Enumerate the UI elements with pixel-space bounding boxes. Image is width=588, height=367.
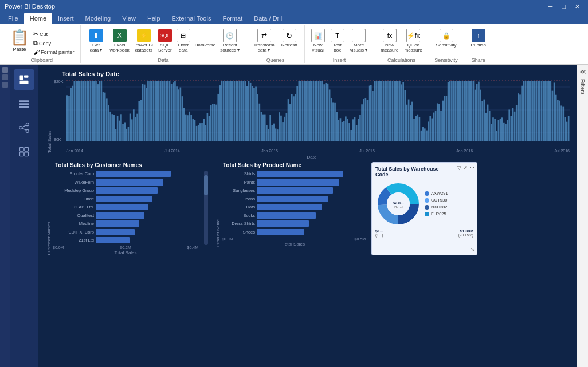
new-measure-button[interactable]: fx Newmeasure: [379, 27, 400, 54]
tab-help[interactable]: Help: [142, 13, 166, 24]
product-y-label: Product Name: [214, 171, 222, 247]
calculations-label: Calculations: [379, 56, 424, 63]
refresh-icon: ↻: [283, 29, 296, 42]
svg-line-9: [22, 125, 26, 127]
svg-rect-13: [20, 152, 24, 156]
title-bar: Power BI Desktop ─ □ ✕: [0, 0, 588, 13]
bar-pedifix: PEDIFIX, Corp: [53, 229, 202, 235]
new-visual-button[interactable]: 📊 Newvisual: [309, 27, 327, 54]
svg-point-8: [26, 129, 29, 132]
tab-insert[interactable]: Insert: [52, 13, 80, 24]
donut-center-sub: (47...): [393, 205, 403, 208]
bar-sunglasses: Sunglasses: [222, 187, 366, 194]
customer-chart-title: Total Sales by Customer Names: [45, 162, 208, 168]
more-visuals-button[interactable]: ⋯ Morevisuals ▾: [348, 27, 370, 54]
tab-file[interactable]: File: [2, 13, 24, 24]
publish-button[interactable]: ↑ Publish: [469, 27, 488, 49]
sql-server-button[interactable]: SQL SQLServer: [156, 27, 174, 54]
filters-side-panel[interactable]: ≪ Filters: [577, 65, 588, 367]
tab-view[interactable]: View: [116, 13, 142, 24]
tab-modeling[interactable]: Modeling: [80, 13, 117, 24]
excel-workbook-button[interactable]: X Excelworkbook: [108, 27, 131, 54]
cust-x-tick-2: $0.4M: [187, 246, 198, 250]
tab-external-tools[interactable]: External Tools: [166, 13, 217, 24]
copy-icon: ⧉: [33, 40, 38, 47]
group-queries: ⇄ Transformdata ▾ ↻ Refresh Queries: [246, 25, 304, 63]
report-nav-icon[interactable]: [14, 69, 34, 90]
maximize-btn[interactable]: □: [558, 3, 569, 10]
cust-x-tick-0: $0.0M: [53, 246, 64, 250]
donut-center-value: $2.8...: [393, 201, 403, 205]
filters-label: Filters: [580, 79, 586, 95]
text-box-button[interactable]: T Textbox: [329, 27, 346, 54]
customer-chart[interactable]: Total Sales by Customer Names Customer N…: [45, 162, 208, 255]
paste-button[interactable]: 📋 Paste: [8, 27, 31, 53]
quick-measure-button[interactable]: ⚡fx Quickmeasure: [402, 27, 424, 54]
minimize-btn[interactable]: ─: [545, 3, 556, 10]
legend-axw291: AXW291: [425, 191, 473, 196]
cut-icon: ✂: [33, 30, 38, 38]
tab-format[interactable]: Format: [217, 13, 248, 24]
svg-rect-11: [20, 148, 24, 152]
x-tick-jul2015: Jul 2015: [359, 149, 374, 153]
dataverse-button[interactable]: Dataverse: [193, 27, 217, 49]
more-icon[interactable]: ⋯: [469, 165, 475, 171]
x-tick-jul2016: Jul 2016: [554, 149, 569, 153]
new-visual-icon: 📊: [311, 29, 325, 42]
dax-nav-icon[interactable]: [14, 141, 34, 162]
sensitivity-button[interactable]: 🔒 Sensitivity: [434, 27, 459, 49]
powerbi-datasets-button[interactable]: ⚡ Power BIdatasets: [132, 27, 155, 54]
refresh-button[interactable]: ↻ Refresh: [279, 27, 300, 49]
window-controls[interactable]: ─ □ ✕: [545, 3, 583, 10]
close-btn[interactable]: ✕: [571, 3, 583, 10]
bar-pants: Pants: [222, 179, 366, 186]
more-visuals-icon: ⋯: [352, 29, 366, 42]
top-chart-x-axis-label: Date: [307, 155, 317, 160]
sensitivity-label: Sensitivity: [434, 56, 459, 63]
sidebar-icon-3: [2, 82, 8, 88]
cut-button[interactable]: ✂ Cut: [32, 30, 76, 38]
y-tick-0k: $0K: [54, 137, 61, 141]
tab-data-drill[interactable]: Data / Drill: [248, 13, 289, 24]
data-nav-icon[interactable]: [14, 93, 34, 114]
bar-shirts: Shirts: [222, 171, 366, 177]
bar-3lab: 3LAB, Ltd.: [53, 204, 202, 210]
bar-medstep: Medstep Group: [53, 187, 202, 194]
product-chart[interactable]: Total Sales by Product Name Product Name…: [214, 162, 366, 255]
sidebar-icon-1: [2, 67, 8, 73]
bar-jeans: Jeans: [222, 196, 366, 202]
svg-rect-2: [20, 81, 29, 84]
product-x-label: Total Sales: [222, 242, 366, 247]
group-share: ↑ Publish Share: [464, 25, 493, 63]
collapse-icon[interactable]: ≪: [579, 68, 586, 76]
customer-scrollbar[interactable]: [204, 171, 208, 245]
svg-rect-12: [25, 148, 29, 152]
warehouse-chart[interactable]: ▽ ⤢ ⋯ Total Sales by Warehouse Code: [371, 162, 477, 255]
model-nav-icon[interactable]: [14, 117, 34, 138]
copy-button[interactable]: ⧉ Copy: [32, 39, 76, 48]
bar-procter: Procter Corp: [53, 171, 202, 177]
bar-qualitest: Qualitest: [53, 212, 202, 219]
dashboard-area: Total Sales by Date Total Sales $20K $0K: [38, 65, 577, 367]
x-tick-jul2014: Jul 2014: [164, 149, 179, 153]
tab-home[interactable]: Home: [24, 13, 52, 24]
powerbi-icon: ⚡: [137, 29, 151, 42]
recent-sources-button[interactable]: 🕒 Recentsources ▾: [218, 27, 241, 54]
text-box-icon: T: [331, 29, 344, 42]
get-data-button[interactable]: ⬇ Getdata ▾: [85, 27, 107, 54]
paste-icon: 📋: [10, 29, 29, 46]
top-chart-container[interactable]: Total Sales by Date Total Sales $20K $0K: [45, 70, 570, 153]
svg-rect-0: [20, 76, 23, 80]
format-painter-button[interactable]: 🖌 Format painter: [32, 48, 76, 56]
sensitivity-icon: 🔒: [440, 29, 453, 42]
enter-data-button[interactable]: ⊞ Enterdata: [175, 27, 192, 54]
donut-section: $2.8... (47...) AXW291 GUT930: [375, 181, 473, 228]
expand-arrow[interactable]: ↘: [470, 246, 475, 252]
transform-data-button[interactable]: ⇄ Transformdata ▾: [251, 27, 276, 54]
top-chart-title: Total Sales by Date: [45, 70, 570, 77]
legend-nxh382: NXH382: [425, 204, 473, 210]
excel-icon: X: [113, 29, 127, 42]
filter-icon[interactable]: ▽: [457, 165, 461, 171]
expand-icon[interactable]: ⤢: [463, 165, 468, 171]
customer-x-label: Total Sales: [53, 250, 202, 255]
